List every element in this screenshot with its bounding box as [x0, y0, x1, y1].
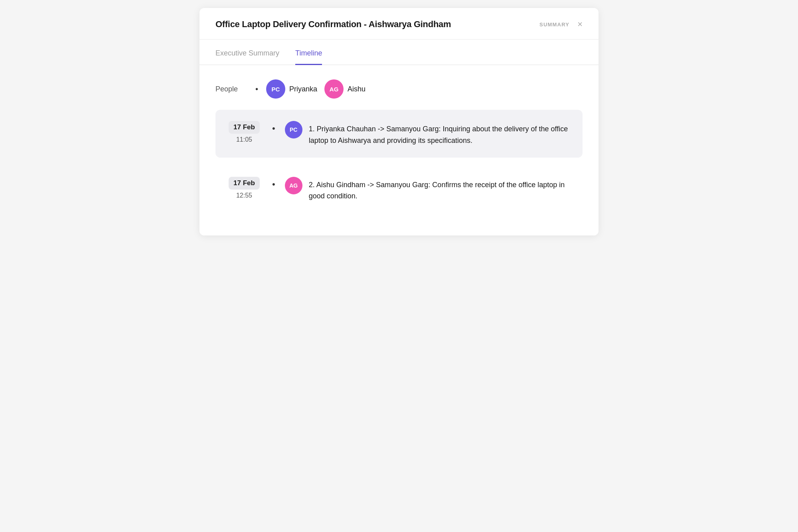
timeline-text-2: 2. Aishu Gindham -> Samanyou Garg: Confi… — [309, 177, 570, 202]
avatar-pc: PC — [266, 79, 285, 99]
date-day-2: 17 Feb — [233, 179, 255, 187]
timeline-avatar-pc: PC — [285, 121, 302, 138]
date-block-2: 17 Feb 12:55 — [228, 177, 260, 199]
people-label: People — [215, 85, 247, 93]
timeline-content-2: AG 2. Aishu Gindham -> Samanyou Garg: Co… — [285, 177, 570, 202]
timeline-bullet-2: • — [268, 177, 277, 189]
header-right: SUMMARY × — [539, 20, 583, 29]
avatar-pc-initials: PC — [272, 86, 280, 93]
timeline-text-1: 1. Priyanka Chauhan -> Samanyou Garg: In… — [309, 121, 570, 146]
person-name-pc: Priyanka — [289, 85, 317, 93]
timeline-item-2: 17 Feb 12:55 • AG 2. Aishu Gindham -> Sa… — [215, 166, 583, 214]
summary-label: SUMMARY — [539, 22, 569, 28]
panel-title: Office Laptop Delivery Confirmation - Ai… — [215, 19, 451, 30]
panel-body: People • PC Priyanka AG Aishu — [200, 65, 598, 235]
people-section: People • PC Priyanka AG Aishu — [215, 79, 583, 99]
person-item-ag: AG Aishu — [324, 79, 365, 99]
tab-executive-summary[interactable]: Executive Summary — [215, 40, 279, 65]
panel-header: Office Laptop Delivery Confirmation - Ai… — [200, 8, 598, 40]
close-button[interactable]: × — [577, 20, 583, 29]
people-list: PC Priyanka AG Aishu — [266, 79, 365, 99]
people-bullet: • — [255, 85, 258, 93]
avatar-ag-initials: AG — [330, 86, 339, 93]
date-time-2: 12:55 — [236, 192, 252, 199]
timeline-item-1: 17 Feb 11:05 • PC 1. Priyanka Chauhan ->… — [215, 110, 583, 158]
timeline-bullet-1: • — [268, 121, 277, 133]
timeline-avatar-pc-initials: PC — [290, 127, 297, 133]
timeline-avatar-ag-initials: AG — [289, 182, 298, 189]
person-item-pc: PC Priyanka — [266, 79, 317, 99]
date-day-1: 17 Feb — [233, 123, 255, 131]
date-badge-1: 17 Feb — [229, 121, 260, 134]
tabs-container: Executive Summary Timeline — [200, 40, 598, 65]
timeline-content-1: PC 1. Priyanka Chauhan -> Samanyou Garg:… — [285, 121, 570, 146]
main-panel: Office Laptop Delivery Confirmation - Ai… — [200, 8, 598, 235]
date-block-1: 17 Feb 11:05 — [228, 121, 260, 143]
tab-timeline[interactable]: Timeline — [295, 40, 322, 65]
person-name-ag: Aishu — [348, 85, 365, 93]
date-badge-2: 17 Feb — [229, 177, 260, 190]
avatar-ag: AG — [324, 79, 344, 99]
timeline-avatar-ag: AG — [285, 177, 302, 194]
date-time-1: 11:05 — [236, 136, 252, 143]
